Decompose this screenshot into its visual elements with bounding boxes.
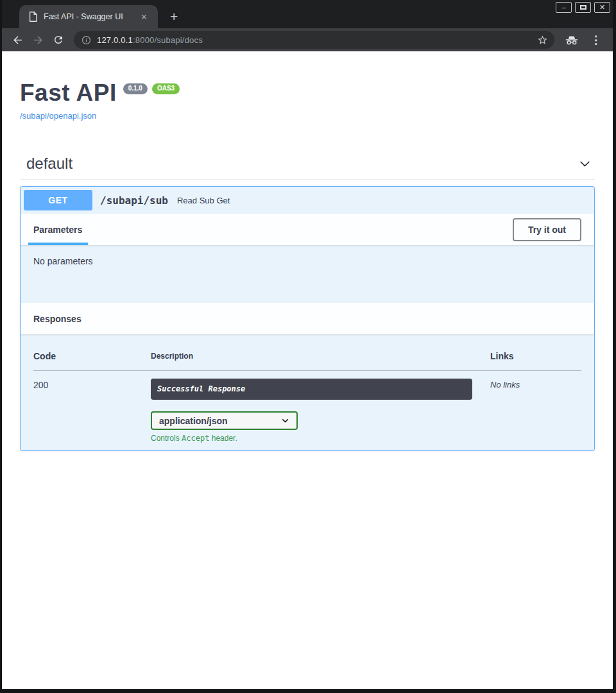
swagger-ui: Fast API 0.1.0 OAS3 /subapi/openapi.json… bbox=[2, 81, 613, 451]
url-path: :8000/subapi/docs bbox=[133, 35, 203, 45]
accept-note-code: Accept bbox=[182, 434, 209, 443]
method-badge: GET bbox=[24, 190, 92, 210]
opblock-get: GET /subapi/sub Read Sub Get Parameters … bbox=[20, 186, 595, 451]
window-controls: – ✕ bbox=[556, 2, 610, 13]
accept-note-suffix: header. bbox=[209, 434, 237, 443]
url-host: 127.0.0.1 bbox=[97, 35, 133, 45]
tab-title: Fast API - Swagger UI bbox=[44, 12, 132, 21]
page-viewport: Fast API 0.1.0 OAS3 /subapi/openapi.json… bbox=[2, 51, 613, 689]
parameters-tab-label: Parameters bbox=[33, 225, 82, 235]
tab-strip: Fast API - Swagger UI ✕ + – ✕ bbox=[2, 0, 613, 28]
url-text: 127.0.0.1:8000/subapi/docs bbox=[97, 35, 203, 45]
media-type-select[interactable]: application/json bbox=[151, 411, 298, 430]
tag-name: default bbox=[26, 155, 73, 173]
bookmark-star-icon[interactable] bbox=[536, 33, 549, 47]
tag-section-header[interactable]: default bbox=[20, 155, 595, 180]
media-type-value: application/json bbox=[159, 416, 228, 426]
minimize-button[interactable]: – bbox=[556, 2, 572, 13]
maximize-icon bbox=[580, 5, 586, 10]
select-chevron-icon bbox=[281, 416, 289, 425]
api-info: Fast API 0.1.0 OAS3 /subapi/openapi.json bbox=[20, 81, 595, 121]
back-button[interactable] bbox=[8, 31, 26, 49]
column-header-links: Links bbox=[490, 345, 581, 371]
maximize-button[interactable] bbox=[575, 2, 591, 13]
address-bar[interactable]: 127.0.0.1:8000/subapi/docs bbox=[74, 31, 554, 49]
browser-tab[interactable]: Fast API - Swagger UI ✕ bbox=[19, 5, 158, 28]
responses-table: Code Description Links 200 Successful Re… bbox=[33, 345, 581, 443]
table-row: 200 Successful Response application/json bbox=[33, 371, 581, 443]
accept-note-prefix: Controls bbox=[151, 434, 182, 443]
response-links: No links bbox=[490, 371, 581, 443]
chevron-down-icon[interactable] bbox=[578, 157, 592, 171]
document-icon bbox=[28, 12, 37, 22]
responses-label: Responses bbox=[33, 314, 81, 324]
parameters-tab-underline bbox=[28, 243, 88, 245]
page-title: Fast API bbox=[20, 81, 117, 105]
responses-body: Code Description Links 200 Successful Re… bbox=[21, 334, 594, 450]
reload-button[interactable] bbox=[49, 31, 67, 49]
column-header-code: Code bbox=[33, 345, 151, 371]
operation-summary: Read Sub Get bbox=[175, 196, 230, 205]
try-it-out-button[interactable]: Try it out bbox=[513, 218, 581, 241]
incognito-icon bbox=[565, 35, 579, 45]
opblock-summary[interactable]: GET /subapi/sub Read Sub Get bbox=[21, 187, 594, 214]
forward-button[interactable] bbox=[29, 31, 47, 49]
accept-header-note: Controls Accept header. bbox=[151, 434, 490, 443]
oas-badge: OAS3 bbox=[152, 83, 180, 94]
operation-path: /subapi/sub bbox=[92, 194, 175, 207]
responses-header: Responses bbox=[21, 303, 594, 334]
openapi-spec-link[interactable]: /subapi/openapi.json bbox=[20, 111, 96, 121]
column-header-description: Description bbox=[151, 345, 490, 371]
new-tab-button[interactable]: + bbox=[170, 10, 178, 23]
parameters-body: No parameters bbox=[21, 245, 594, 303]
response-code: 200 bbox=[33, 371, 151, 443]
site-info-icon[interactable] bbox=[81, 35, 91, 45]
browser-window: Fast API - Swagger UI ✕ + – ✕ bbox=[0, 0, 616, 693]
browser-toolbar: 127.0.0.1:8000/subapi/docs ⋮ bbox=[2, 28, 613, 51]
browser-chrome: Fast API - Swagger UI ✕ + – ✕ bbox=[0, 0, 616, 51]
media-type-row: application/json Controls Accept header. bbox=[151, 411, 490, 443]
browser-menu-icon[interactable]: ⋮ bbox=[585, 33, 606, 47]
no-parameters-message: No parameters bbox=[33, 256, 93, 266]
tab-close-icon[interactable]: ✕ bbox=[138, 12, 150, 22]
parameters-header: Parameters Try it out bbox=[21, 214, 594, 245]
version-badge: 0.1.0 bbox=[123, 83, 148, 94]
response-description-box: Successful Response bbox=[151, 379, 472, 400]
close-button[interactable]: ✕ bbox=[594, 2, 610, 13]
